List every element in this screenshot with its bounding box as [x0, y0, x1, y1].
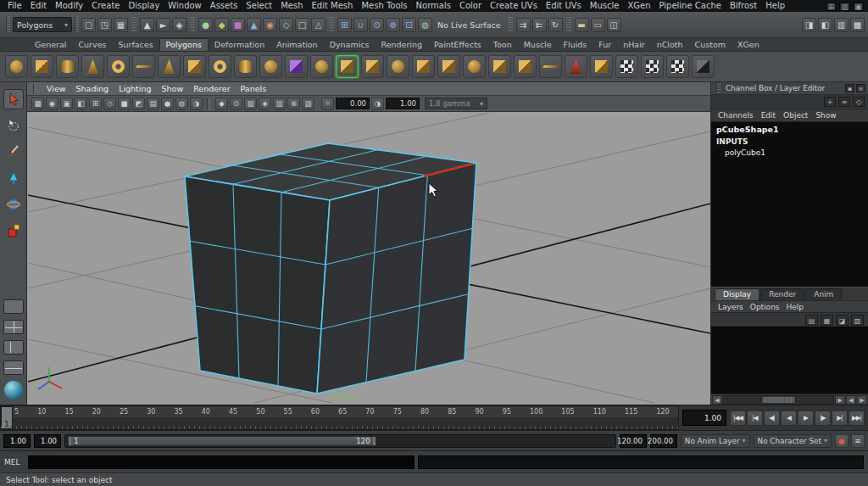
range-slider-track[interactable]: 1 120 — [64, 434, 616, 448]
play-forward-button[interactable]: ▶ — [798, 411, 814, 426]
menu-item[interactable]: Select — [242, 0, 276, 12]
mask-curves-icon[interactable]: ■ — [231, 18, 245, 32]
panel-menu-icon[interactable]: ≡ — [856, 84, 865, 92]
mirror-geometry-icon[interactable] — [590, 55, 613, 78]
layer-editor-tab[interactable]: Render — [760, 288, 804, 300]
shelf-tab[interactable]: Rendering — [376, 39, 429, 51]
channel-box-menu-item[interactable]: Object — [780, 111, 811, 120]
layer-options-icon[interactable]: ▧ — [851, 315, 864, 326]
rotate-tool-button[interactable] — [3, 194, 24, 215]
select-by-hierarchy-icon[interactable]: ▲ — [140, 18, 154, 32]
shelf-tab[interactable]: Deformation — [209, 39, 270, 51]
combine-icon[interactable] — [412, 55, 435, 78]
shelf-tab[interactable]: Fur — [593, 39, 617, 51]
camera-attributes-icon[interactable]: ▦ — [31, 98, 44, 110]
sidebar-channel-box-icon[interactable]: ▥ — [834, 18, 849, 32]
current-frame-marker[interactable]: 1 — [1, 406, 13, 429]
snap-to-point-icon[interactable]: ⊙ — [370, 18, 384, 32]
poly-plane-icon[interactable] — [132, 55, 155, 78]
sidebar-tool-settings-icon[interactable]: ◧ — [818, 18, 832, 32]
open-scene-icon[interactable]: ◳ — [97, 18, 112, 32]
mask-rendering-icon[interactable]: □ — [295, 18, 309, 32]
sidebar-attribute-editor-icon[interactable]: ◨ — [802, 18, 816, 32]
show-manipulators-icon[interactable]: + — [824, 97, 836, 107]
smooth-icon[interactable] — [463, 55, 486, 78]
menu-item[interactable]: Edit UVs — [542, 0, 586, 12]
channel-box-menu-item[interactable]: Channels — [715, 111, 757, 120]
group-separator[interactable] — [131, 17, 136, 32]
layer-editor-menu-item[interactable]: Help — [783, 303, 808, 311]
mask-dynamics-icon[interactable]: ◇ — [279, 18, 293, 32]
group-grip[interactable] — [207, 98, 211, 109]
menu-item[interactable]: Edit Mesh — [308, 0, 358, 12]
shelf-tab[interactable]: Curves — [72, 39, 112, 51]
construction-history-icon[interactable]: ↻ — [548, 18, 563, 32]
shelf-tab[interactable]: PaintEffects — [428, 39, 487, 51]
resolution-gate-icon[interactable]: ■ — [118, 98, 131, 110]
shelf-tab[interactable]: XGen — [732, 39, 765, 51]
viewport-menu-item[interactable]: Panels — [236, 84, 272, 93]
exposure-field[interactable]: 0.00 — [336, 98, 370, 109]
group-separator[interactable] — [190, 17, 195, 32]
animation-end-field[interactable]: 200.00 — [650, 434, 677, 448]
mask-misc-icon[interactable]: △ — [311, 18, 326, 32]
make-live-icon[interactable]: ◍ — [418, 18, 432, 32]
auto-keyframe-icon[interactable]: ● — [835, 434, 849, 448]
poly-cylinder-icon[interactable] — [56, 55, 79, 78]
step-back-frame-button[interactable]: |◀ — [747, 411, 763, 426]
film-gate-icon[interactable]: ◇ — [103, 98, 116, 110]
bookmarks-icon[interactable]: ◉ — [46, 98, 58, 110]
shelf-tab[interactable]: Custom — [689, 39, 732, 51]
gamma-icon[interactable]: ◑ — [371, 98, 384, 110]
safe-title-icon[interactable]: ◍ — [175, 98, 188, 110]
collapse-panel-icon[interactable]: ▪ — [845, 84, 854, 92]
layout-persp-outliner-button[interactable] — [3, 340, 24, 355]
channel-box-node-name[interactable]: pCubeShape1 — [716, 125, 868, 134]
menu-item[interactable]: Modify — [51, 0, 87, 12]
channel-box-menu-item[interactable]: Show — [812, 111, 839, 120]
mask-handles-icon[interactable]: ● — [198, 18, 213, 32]
selection-mode-dropdown[interactable]: Polygons ▾ — [13, 17, 72, 32]
channel-box-title[interactable]: Channel Box / Layer Editor — [726, 84, 825, 92]
input-connections-icon[interactable]: ⇉ — [516, 18, 531, 32]
poly-cube-icon[interactable] — [31, 55, 53, 78]
motion-blur-icon[interactable]: ▨ — [302, 98, 314, 110]
menu-item[interactable]: Normals — [412, 0, 455, 12]
scale-tool-button[interactable] — [3, 221, 24, 241]
panel-grip[interactable] — [716, 84, 721, 92]
target-weld-tool-icon[interactable] — [387, 55, 409, 78]
shadows-icon[interactable]: ▥ — [273, 98, 286, 110]
add-layer-icon[interactable]: ▦ — [821, 315, 833, 326]
menu-item[interactable]: Muscle — [586, 0, 624, 12]
mask-surfaces-icon[interactable]: ▲ — [247, 18, 261, 32]
animation-preferences-icon[interactable]: ≡ — [851, 434, 865, 448]
menu-item[interactable]: Create — [87, 0, 124, 12]
poly-cone-icon[interactable] — [81, 55, 104, 78]
snap-to-curve-icon[interactable]: ∪ — [353, 18, 368, 32]
go-to-start-button[interactable]: |◀◀ — [730, 411, 746, 426]
menu-item[interactable]: XGen — [623, 0, 654, 12]
menu-item[interactable]: Help — [761, 0, 789, 12]
layer-editor-tab[interactable]: Display — [715, 288, 760, 300]
scrollbar-track[interactable] — [723, 395, 834, 405]
speed-ramp-icon[interactable]: ≡ — [838, 97, 850, 107]
ipr-render-icon[interactable]: ▭ — [591, 18, 605, 32]
step-forward-frame-button[interactable]: ▶| — [832, 411, 848, 426]
group-separator[interactable] — [508, 17, 513, 32]
layout-single-pane-button[interactable] — [3, 299, 24, 314]
safe-action-icon[interactable]: ● — [161, 98, 174, 110]
menu-item[interactable]: Display — [124, 0, 164, 12]
quad-draw-tool-icon[interactable] — [336, 55, 359, 78]
character-set-dropdown[interactable]: No Character Set ▾ — [754, 434, 832, 448]
channel-box-input-node[interactable]: polyCube1 — [716, 148, 868, 157]
uv-layout-icon[interactable] — [641, 55, 664, 78]
playback-end-field[interactable]: 120.00 — [620, 434, 647, 448]
viewport-menu-item[interactable]: View — [42, 84, 71, 93]
gamma-preset-dropdown[interactable]: 1.8 gamma ▾ — [425, 98, 487, 109]
exposure-icon[interactable]: ☼ — [321, 98, 334, 110]
mask-deformations-icon[interactable]: ◉ — [263, 18, 277, 32]
poly-torus-icon[interactable] — [107, 55, 130, 78]
paint-select-tool-button[interactable] — [3, 142, 24, 162]
menu-item[interactable]: Bifrost — [726, 0, 761, 12]
output-connections-icon[interactable]: ⇇ — [532, 18, 547, 32]
